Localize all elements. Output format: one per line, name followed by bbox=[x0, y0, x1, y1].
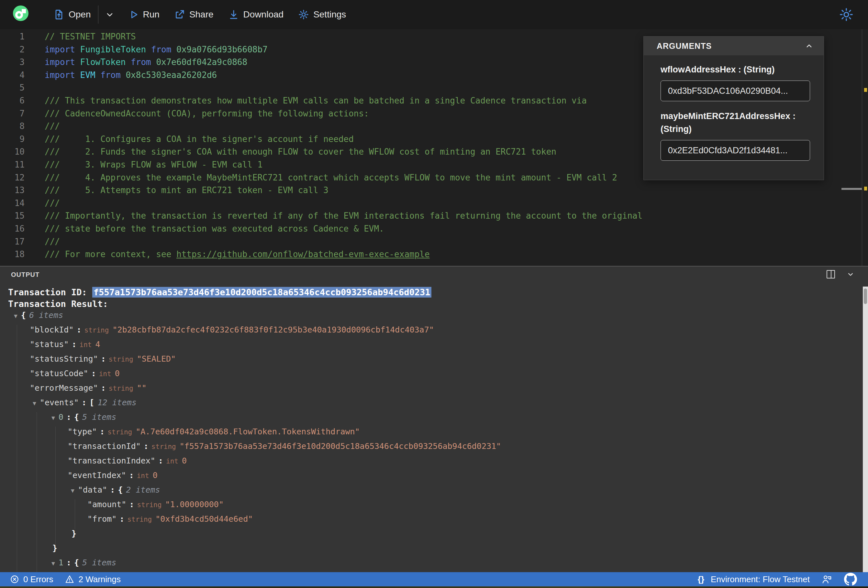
expand-toggle-icon[interactable]: ▼ bbox=[52, 560, 55, 567]
json-row: } bbox=[0, 541, 855, 556]
keyword-text: from bbox=[125, 57, 156, 67]
environment-label: Environment: Flow Testnet bbox=[711, 575, 810, 584]
json-int-value: 0 bbox=[115, 369, 120, 378]
type-name: EVM bbox=[80, 70, 96, 80]
theme-toggle-button[interactable] bbox=[839, 7, 854, 23]
output-scrollbar-track[interactable] bbox=[863, 287, 868, 572]
json-row: ▼1:{5 items bbox=[0, 556, 855, 570]
json-brace: } bbox=[72, 529, 76, 538]
line-number: 10 bbox=[0, 146, 25, 159]
expand-toggle-icon[interactable]: ▼ bbox=[52, 414, 55, 421]
settings-gear-icon bbox=[298, 9, 309, 21]
collapse-output-chevron-icon[interactable] bbox=[846, 270, 855, 279]
editor-scrollbar-thumb[interactable] bbox=[841, 188, 862, 190]
line-number: 7 bbox=[0, 108, 25, 120]
person-feedback-icon bbox=[821, 574, 833, 585]
comment-text: /// 3. Wraps FLOW as WFLOW - EVM call 1 bbox=[45, 160, 263, 169]
feedback-button[interactable] bbox=[821, 574, 833, 585]
output-scrollbar-thumb[interactable] bbox=[864, 289, 867, 304]
json-colon: : bbox=[91, 369, 96, 378]
json-key: "transactionIndex" bbox=[68, 456, 155, 466]
json-type-label: int bbox=[99, 370, 111, 378]
code-text: /// For more context, see https://github… bbox=[25, 248, 430, 261]
code-line[interactable]: 14/// bbox=[0, 197, 868, 210]
braces-icon: {} bbox=[698, 575, 704, 584]
code-line[interactable]: 13/// 5. Attempts to mint an ERC721 toke… bbox=[0, 184, 868, 197]
json-string-value: "f557a1573b76aa53e73d46f3e10d200d5c18a65… bbox=[180, 442, 501, 451]
json-row: "type":string"A.7e60df042a9c0868.FlowTok… bbox=[0, 424, 855, 439]
expand-toggle-icon[interactable]: ▼ bbox=[33, 400, 36, 407]
line-number: 11 bbox=[0, 159, 25, 171]
code-text: /// This transaction demonstrates how mu… bbox=[25, 94, 587, 108]
keyword-text: from bbox=[96, 70, 126, 80]
argument-input-wflowAddressHex[interactable] bbox=[661, 81, 810, 101]
share-button[interactable]: Share bbox=[174, 9, 214, 21]
expand-toggle-icon[interactable]: ▼ bbox=[14, 312, 18, 319]
code-text: /// bbox=[25, 236, 60, 248]
code-line[interactable]: 15/// Importantly, the transaction is re… bbox=[0, 209, 868, 223]
code-text: /// bbox=[25, 197, 60, 210]
code-line[interactable]: 16/// state before the transaction was e… bbox=[0, 223, 868, 236]
json-colon: : bbox=[76, 325, 81, 335]
download-button[interactable]: Download bbox=[228, 9, 284, 21]
json-string-value: "SEALED" bbox=[137, 354, 176, 364]
type-name: FungibleToken bbox=[80, 45, 146, 55]
keyword-text: import bbox=[45, 57, 80, 67]
run-button[interactable]: Run bbox=[128, 9, 159, 20]
code-text: /// 2. Funds the signer's COA with enoug… bbox=[25, 146, 557, 159]
json-key: "amount" bbox=[87, 500, 126, 509]
json-row: "statusCode":int0 bbox=[0, 366, 855, 381]
json-type-label: int bbox=[137, 472, 149, 480]
line-number: 6 bbox=[0, 94, 25, 108]
warnings-status[interactable]: 2 Warnings bbox=[65, 575, 121, 584]
json-colon: : bbox=[129, 500, 134, 509]
share-icon bbox=[174, 9, 186, 21]
json-brace: { bbox=[74, 413, 79, 422]
line-number: 12 bbox=[0, 171, 25, 184]
code-line[interactable]: 18/// For more context, see https://gith… bbox=[0, 248, 868, 261]
open-dropdown-button[interactable] bbox=[104, 9, 115, 20]
json-items-count: 5 items bbox=[82, 413, 116, 422]
errors-status[interactable]: 0 Errors bbox=[10, 575, 53, 584]
json-colon: : bbox=[120, 514, 124, 524]
code-text: /// 3. Wraps FLOW as WFLOW - EVM call 1 bbox=[25, 159, 263, 171]
json-key: "statusCode" bbox=[30, 369, 89, 378]
json-type-label: string bbox=[84, 326, 109, 334]
transaction-id-value: f557a1573b76aa53e73d46f3e10d200d5c18a653… bbox=[92, 287, 431, 298]
code-text bbox=[25, 81, 45, 94]
open-button[interactable]: Open bbox=[53, 9, 91, 21]
json-row: "status":int4 bbox=[0, 337, 855, 352]
json-key: "from" bbox=[87, 514, 117, 524]
flow-logo-icon bbox=[13, 6, 28, 21]
github-link[interactable] bbox=[844, 573, 857, 586]
comment-text: /// 4. Approves the example MaybeMintERC… bbox=[45, 173, 617, 183]
json-key: "transactionId" bbox=[68, 442, 141, 451]
type-name: FlowToken bbox=[80, 57, 126, 67]
arguments-panel-header[interactable]: ARGUMENTS bbox=[644, 37, 824, 55]
code-text: /// 4. Approves the example MaybeMintERC… bbox=[25, 171, 617, 184]
line-number: 18 bbox=[0, 248, 25, 261]
comment-text: /// 2. Funds the signer's COA with enoug… bbox=[45, 147, 557, 156]
open-file-icon bbox=[53, 9, 65, 21]
json-key: "type" bbox=[68, 427, 97, 436]
code-text: // TESTNET IMPORTS bbox=[25, 30, 136, 43]
json-key: "events" bbox=[40, 398, 79, 407]
json-type-label: string bbox=[127, 516, 152, 523]
code-line[interactable]: 17/// bbox=[0, 236, 868, 248]
chevron-up-icon[interactable] bbox=[804, 41, 814, 51]
line-number: 8 bbox=[0, 120, 25, 133]
code-text: import EVM from 0x8c5303eaa26202d6 bbox=[25, 69, 217, 82]
warning-triangle-icon bbox=[65, 575, 74, 584]
split-panel-icon[interactable] bbox=[827, 270, 835, 279]
code-link[interactable]: https://github.com/onflow/batched-evm-ex… bbox=[176, 249, 430, 259]
code-text: /// CadenceOwnedAccount (COA), performin… bbox=[25, 108, 369, 120]
json-row: "statusString":string"SEALED" bbox=[0, 352, 855, 366]
argument-input-maybeMintERC721AddressHex[interactable] bbox=[661, 140, 810, 161]
settings-button[interactable]: Settings bbox=[298, 9, 346, 21]
json-colon: : bbox=[158, 456, 163, 466]
json-colon: : bbox=[129, 471, 134, 480]
expand-toggle-icon[interactable]: ▼ bbox=[71, 487, 74, 494]
json-row: ▼0:{5 items bbox=[0, 410, 855, 424]
comment-text: /// bbox=[45, 237, 60, 246]
line-number: 14 bbox=[0, 197, 25, 210]
